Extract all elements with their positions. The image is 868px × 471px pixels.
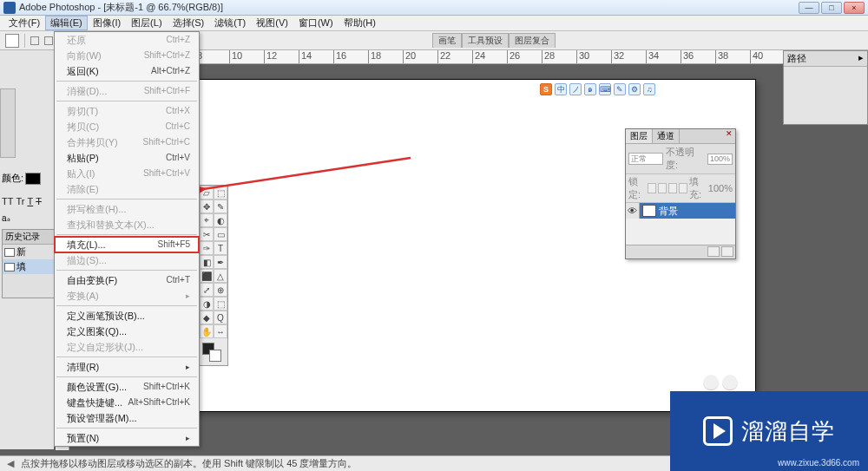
tool-preset-icon[interactable] <box>5 34 19 48</box>
minimize-button[interactable]: — <box>799 2 819 14</box>
menu-item[interactable]: 粘贴(P)Ctrl+V <box>55 150 199 166</box>
maximize-button[interactable]: □ <box>821 2 842 14</box>
tool-button[interactable]: ▭ <box>214 227 227 241</box>
menu-item-label: 查找和替换文本(X)... <box>67 219 155 231</box>
tool-button[interactable]: △ <box>214 269 227 283</box>
type-underline[interactable]: T <box>27 196 33 206</box>
tool-button[interactable]: ✎ <box>214 200 227 213</box>
menu-item[interactable]: 自由变换(F)Ctrl+T <box>55 272 199 288</box>
panel-menu-icon[interactable]: ▸ <box>858 52 864 65</box>
layer-name[interactable]: 背景 <box>659 205 678 218</box>
type-italic[interactable]: Tr <box>16 196 24 206</box>
menu-item[interactable]: 颜色设置(G)...Shift+Ctrl+K <box>55 379 199 395</box>
background-color[interactable] <box>209 350 221 362</box>
tool-button[interactable]: ↔ <box>214 324 227 338</box>
ime-settings-icon[interactable]: ⚙ <box>628 83 641 95</box>
color-swatch-fg[interactable] <box>25 173 41 185</box>
option-checkbox-1[interactable] <box>30 36 39 45</box>
dock-tab-layer-comps[interactable]: 图层复合 <box>509 33 556 48</box>
tool-button[interactable]: ✒ <box>214 255 227 269</box>
type-bold[interactable]: TT <box>2 196 13 206</box>
menu-item-shortcut: Shift+F5 <box>157 239 190 251</box>
menu-item-label: 拼写检查(H)... <box>67 203 126 215</box>
color-swatches[interactable] <box>200 341 227 365</box>
tool-button[interactable]: ◧ <box>200 255 214 269</box>
tool-button[interactable]: ⬛ <box>200 269 214 283</box>
tool-button[interactable]: ✂ <box>200 227 214 241</box>
tool-button[interactable]: ⬚ <box>214 297 227 311</box>
tool-button[interactable]: ✋ <box>200 324 214 338</box>
menu-window[interactable]: 窗口(W) <box>293 16 339 30</box>
ime-btn-7[interactable]: ♫ <box>643 83 655 95</box>
menu-filter[interactable]: 滤镜(T) <box>209 16 251 30</box>
ime-btn-2[interactable]: ノ <box>569 83 582 95</box>
layer-thumbnail[interactable] <box>642 205 656 217</box>
ime-sogou-icon[interactable]: S <box>540 83 552 95</box>
blend-mode-select[interactable]: 正常 <box>628 153 663 165</box>
tool-button[interactable]: Q <box>214 311 227 324</box>
ime-btn-3[interactable]: ๑ <box>584 83 596 95</box>
tab-channels[interactable]: 通道 <box>653 129 680 143</box>
type-aa[interactable]: aₐ <box>2 213 10 223</box>
play-logo-icon <box>703 416 733 446</box>
menu-select[interactable]: 选择(S) <box>168 16 210 30</box>
menu-layer[interactable]: 图层(L) <box>126 16 167 30</box>
lock-transparency-icon[interactable] <box>648 183 656 193</box>
paths-panel: 路径 ▸ <box>783 50 868 125</box>
lock-position-icon[interactable] <box>668 183 677 193</box>
menu-item-shortcut: Shift+Ctrl+C <box>143 136 190 148</box>
menu-view[interactable]: 视图(V) <box>251 16 293 30</box>
opacity-input[interactable]: 100% <box>707 154 733 165</box>
lock-pixels-icon[interactable] <box>658 183 667 193</box>
history-tab[interactable]: 历史记录 <box>3 230 55 245</box>
history-row[interactable]: 新 <box>3 245 55 259</box>
ime-skin-icon[interactable]: ✎ <box>614 83 626 95</box>
type-strike[interactable]: T <box>36 196 42 206</box>
menu-edit[interactable]: 编辑(E) <box>45 16 88 30</box>
close-button[interactable]: × <box>844 2 865 14</box>
tool-button[interactable]: ◑ <box>200 297 214 311</box>
tool-button[interactable]: T <box>214 241 227 255</box>
menu-item[interactable]: 填充(L)...Shift+F5 <box>55 237 199 252</box>
menu-item[interactable]: 预置(N) <box>55 430 199 446</box>
ruler-tick: 12 <box>264 50 299 64</box>
tool-button[interactable]: ◆ <box>200 311 214 324</box>
delete-layer-icon[interactable] <box>721 246 733 257</box>
menu-file[interactable]: 文件(F) <box>3 16 45 30</box>
menu-item[interactable]: 定义图案(Q)... <box>55 324 199 339</box>
tool-button[interactable]: ✑ <box>200 241 214 255</box>
tool-button[interactable]: ⌖ <box>200 213 214 227</box>
menu-item-label: 返回(K) <box>67 65 99 77</box>
ime-keyboard-icon[interactable]: ⌨ <box>599 83 611 95</box>
menu-item: 拷贝(C)Ctrl+C <box>55 119 199 134</box>
tool-button[interactable]: ⊕ <box>214 283 227 297</box>
panel-close-icon[interactable]: ✕ <box>723 129 735 143</box>
menu-item[interactable]: 清理(R) <box>55 359 199 375</box>
option-checkbox-2[interactable] <box>44 36 53 45</box>
menu-image[interactable]: 图像(I) <box>88 16 126 30</box>
status-prev-icon[interactable]: ◀ <box>5 458 16 469</box>
ruler-tick: 14 <box>299 50 333 64</box>
ime-lang-button[interactable]: 中 <box>555 83 567 95</box>
tool-button[interactable]: ◐ <box>214 213 227 227</box>
dock-tab-tool-presets[interactable]: 工具预设 <box>462 33 509 48</box>
dock-tab-brushes[interactable]: 画笔 <box>432 33 462 48</box>
menu-item[interactable]: 定义画笔预设(B)... <box>55 308 199 324</box>
visibility-eye-icon[interactable]: 👁 <box>626 203 640 219</box>
tab-layers[interactable]: 图层 <box>626 129 653 143</box>
fill-label: 填充: <box>689 175 707 201</box>
fill-input[interactable]: 100% <box>708 183 733 193</box>
layer-row[interactable]: 👁 背景 <box>626 203 735 219</box>
tool-button[interactable]: ⤢ <box>200 283 214 297</box>
lock-all-icon[interactable] <box>679 183 687 193</box>
tool-button[interactable]: ✥ <box>200 200 214 213</box>
new-layer-icon[interactable] <box>707 246 720 257</box>
history-row[interactable]: 填 <box>3 259 55 274</box>
paths-panel-title[interactable]: 路径 <box>787 52 806 65</box>
menu-item[interactable]: 键盘快捷键...Alt+Shift+Ctrl+K <box>55 395 199 410</box>
menu-item[interactable]: 预设管理器(M)... <box>55 410 199 426</box>
menu-help[interactable]: 帮助(H) <box>339 16 381 30</box>
menu-item-label: 定义画笔预设(B)... <box>67 310 145 322</box>
menu-item[interactable]: 返回(K)Alt+Ctrl+Z <box>55 63 199 79</box>
menu-item-label: 键盘快捷键... <box>67 396 122 409</box>
